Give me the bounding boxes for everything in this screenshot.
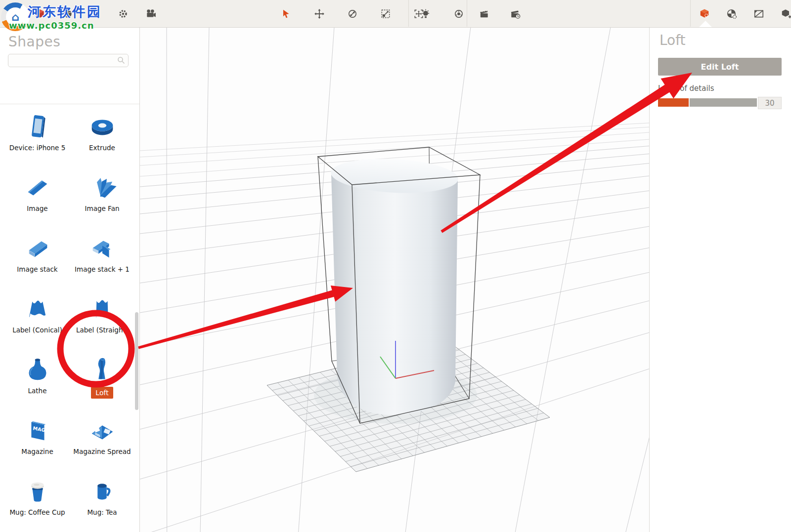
- shape-item-image-fan[interactable]: Image Fan: [70, 172, 134, 233]
- level-of-details-value: 30: [758, 97, 782, 109]
- toolbar-separator: [690, 0, 691, 27]
- toolbar-group-view: [417, 0, 467, 27]
- shapes-header: Shapes: [0, 27, 139, 104]
- move-icon[interactable]: [311, 5, 328, 22]
- shape-item-image-stack[interactable]: Image stack: [5, 233, 70, 293]
- edit-loft-button[interactable]: Edit Loft: [658, 58, 782, 76]
- loft-icon: [87, 354, 118, 385]
- preview-sphere-icon[interactable]: [450, 5, 467, 22]
- clapperboard-icon[interactable]: [476, 5, 492, 22]
- rotate-icon[interactable]: [344, 5, 361, 22]
- image-fan-icon: [87, 172, 118, 203]
- search-icon: [117, 56, 125, 64]
- shape-settings-cube-icon[interactable]: [696, 5, 713, 22]
- shape-item-label: Image: [27, 205, 47, 213]
- level-of-details-label: Level of details: [658, 84, 714, 93]
- shapes-title: Shapes: [8, 34, 60, 50]
- label-straight-icon: [87, 293, 118, 324]
- shape-item-label: Loft: [91, 387, 113, 399]
- shape-item-device-iphone-5[interactable]: Device: iPhone 5: [5, 111, 70, 172]
- sidebar-scrollbar[interactable]: [135, 312, 138, 410]
- toolbar: [0, 0, 791, 28]
- video-camera-icon[interactable]: [142, 5, 159, 22]
- clapperboard-time-icon[interactable]: [507, 5, 524, 22]
- magazine-spread-icon: [87, 415, 118, 446]
- shape-item-label: Extrude: [89, 144, 115, 153]
- selected-panel-notch: [699, 21, 712, 27]
- toolbar-group-animation: [476, 0, 524, 27]
- panel-title: Loft: [659, 32, 686, 48]
- toolbar-group-left: [4, 0, 159, 27]
- extrude-icon: [87, 111, 118, 142]
- shape-item-label: Image stack + 1: [75, 265, 130, 274]
- loft-cylinder-object[interactable]: [330, 156, 459, 415]
- scene-canvas: [140, 27, 649, 532]
- shape-item-image-stack-plus-1[interactable]: Image stack + 1: [70, 233, 134, 293]
- render-bulb-icon[interactable]: [417, 5, 434, 22]
- scene-cube-icon[interactable]: [778, 5, 791, 22]
- toolbar-separator: [467, 0, 467, 27]
- lathe-icon: [22, 354, 53, 385]
- select-arrow-icon[interactable]: [278, 5, 295, 22]
- shape-list: Device: iPhone 5ExtrudeImageImage FanIma…: [0, 104, 139, 532]
- slider-fill: [658, 98, 690, 107]
- shape-item-label: Lathe: [28, 387, 47, 396]
- image-stack-icon: [22, 233, 53, 263]
- shape-item-label: Mug: Coffee Cup: [9, 508, 65, 517]
- shape-item-label-conical[interactable]: Label (Conical): [5, 293, 70, 354]
- loft-properties-panel: Loft Edit Loft Level of details 30: [649, 27, 791, 532]
- shape-item-lathe[interactable]: Lathe: [5, 354, 70, 415]
- toolbar-group-transform: [278, 0, 427, 27]
- shape-item-image[interactable]: Image: [5, 172, 70, 233]
- scale-icon[interactable]: [377, 5, 394, 22]
- gear-icon[interactable]: [115, 5, 132, 22]
- level-of-details-slider[interactable]: [658, 98, 757, 107]
- shape-search-input[interactable]: [8, 54, 129, 67]
- shape-item-mug-coffee-cup[interactable]: Mug: Coffee Cup: [5, 476, 70, 532]
- frame-icon[interactable]: [87, 5, 104, 22]
- shape-item-label: Image Fan: [85, 205, 120, 213]
- red-cube-icon[interactable]: [32, 5, 48, 22]
- background-image-icon[interactable]: [750, 5, 767, 22]
- shape-item-label: Mug: Tea: [87, 508, 117, 517]
- label-conical-icon: [22, 293, 53, 324]
- shape-item-magazine[interactable]: MAGMagazine: [5, 415, 70, 476]
- shape-item-mug-tea[interactable]: Mug: Tea: [70, 476, 134, 532]
- sphere-icon[interactable]: [59, 5, 76, 22]
- shape-item-label: Label (Conical): [12, 326, 62, 335]
- image-stack-plus-1-icon: [87, 233, 118, 263]
- shape-item-extrude[interactable]: Extrude: [70, 111, 134, 172]
- image-icon: [22, 172, 53, 203]
- magazine-icon: MAG: [22, 415, 53, 446]
- shape-item-label: Device: iPhone 5: [9, 144, 65, 153]
- toolbar-separator: [408, 0, 409, 27]
- material-sphere-icon[interactable]: [723, 5, 740, 22]
- device-iphone-5-icon: [22, 111, 53, 142]
- shape-item-magazine-spread[interactable]: Magazine Spread: [70, 415, 134, 476]
- shapes-sidebar: Shapes Device: iPhone 5ExtrudeImageImage…: [0, 27, 140, 532]
- shape-item-label: Label (Straight): [76, 326, 128, 335]
- cylinder-body: [331, 174, 458, 415]
- mug-tea-icon: [87, 476, 118, 506]
- shape-search: [8, 54, 129, 67]
- mug-coffee-cup-icon: [22, 476, 53, 506]
- 3d-viewport[interactable]: [140, 27, 649, 532]
- shape-item-label: Magazine: [21, 448, 53, 456]
- shape-item-label: Magazine Spread: [73, 448, 131, 456]
- import-icon[interactable]: [4, 5, 21, 22]
- shape-item-label-straight[interactable]: Label (Straight): [70, 293, 134, 354]
- shape-item-loft[interactable]: Loft: [70, 354, 134, 415]
- shape-item-label: Image stack: [17, 265, 57, 274]
